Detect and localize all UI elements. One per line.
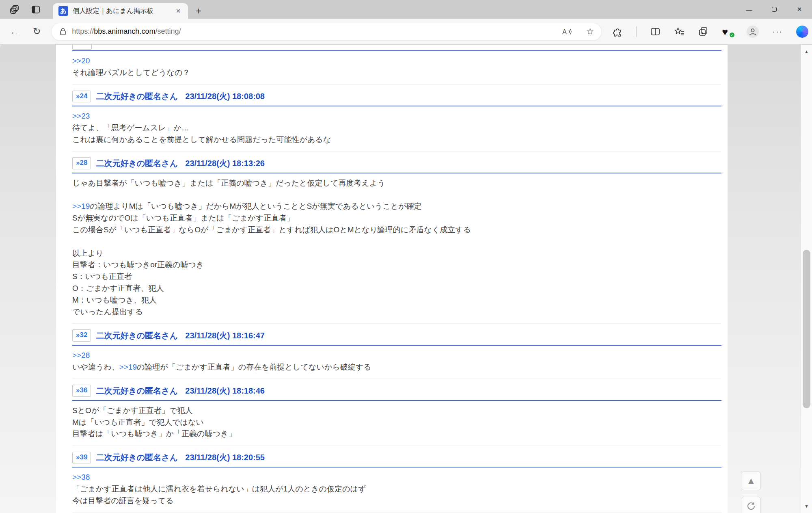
lock-icon <box>60 28 66 35</box>
reply-anchor-link[interactable]: >>19 <box>119 363 137 371</box>
res-number: 36 <box>80 386 87 394</box>
split-screen-icon[interactable] <box>650 27 661 37</box>
window-maximize-button[interactable] <box>762 0 787 19</box>
poster-name: 二次元好きの匿名さん <box>96 330 178 341</box>
copilot-icon[interactable] <box>796 26 808 38</box>
active-tab[interactable]: あ 個人設定｜あにまん掲示板 ✕ <box>53 3 188 19</box>
reply-anchor-link[interactable]: >>20 <box>72 56 90 65</box>
post-text: 以上より <box>72 249 104 258</box>
post-text: 目撃者は「いつも嘘つき」か「正義の嘘つき」 <box>72 429 236 438</box>
extension-check-badge: ✓ <box>730 32 734 37</box>
res-number-link[interactable]: »36 <box>72 385 91 396</box>
reply-anchor-link[interactable]: >>38 <box>72 473 90 481</box>
post-body-line: 目撃者：いつも嘘つきor正義の嘘つき <box>72 259 721 271</box>
post-body-line: この場合Sが「いつも正直者」ならOが「ごまかす正直者」とすれば犯人はOとMとなり… <box>72 224 721 236</box>
up-triangle-icon: ▲ <box>746 475 756 487</box>
window-close-button[interactable]: ✕ <box>787 0 812 19</box>
site-favicon: あ <box>58 6 68 16</box>
reload-icon <box>746 501 756 511</box>
poster-name: 二次元好きの匿名さん <box>96 158 178 169</box>
bookmark-star-icon[interactable]: ☆ <box>586 26 594 37</box>
post-text: じゃあ目撃者が「いつも嘘つき」または「正義の嘘つき」だったと仮定して再度考えよう <box>72 179 385 187</box>
post-body-line: SとOが「ごまかす正直者」で犯人 <box>72 405 721 417</box>
maximize-icon <box>772 7 777 12</box>
res-number-link[interactable]: »24 <box>72 91 91 102</box>
post-list: >>20それ論理パズルとしてどうなの？ »24 二次元好きの匿名さん 23/11… <box>72 45 721 513</box>
workspaces-icon[interactable] <box>9 4 20 15</box>
browser-toolbar: ← ↻ https://bbs.animanch.com/setting/ A … <box>0 19 812 45</box>
tab-actions-icon[interactable] <box>30 4 41 15</box>
scrollbar-thumb[interactable] <box>803 250 810 408</box>
post-header-rule <box>72 345 721 346</box>
post-body-line: 目撃者は「いつも嘘つき」か「正義の嘘つき」 <box>72 428 721 440</box>
scroll-to-top-button[interactable]: ▲ <box>742 472 760 490</box>
post-body-line: >>38 <box>72 472 721 483</box>
tab-title: 個人設定｜あにまん掲示板 <box>73 6 169 15</box>
post-text: の論理が「ごまかす正直者」の存在を前提としてないから破綻する <box>137 363 371 371</box>
post-text: 目撃者：いつも嘘つきor正義の嘘つき <box>72 260 204 269</box>
res-number-link[interactable]: »32 <box>72 329 91 341</box>
url-path: /setting/ <box>155 27 181 35</box>
read-aloud-icon[interactable]: A <box>562 27 572 36</box>
post-body: >>28いや違うわ、>>19の論理が「ごまかす正直者」の存在を前提としてないから… <box>72 350 721 373</box>
post-text: Mは「いつも正直者」で犯人ではない <box>72 418 204 426</box>
page-content: >>20それ論理パズルとしてどうなの？ »24 二次元好きの匿名さん 23/11… <box>0 45 812 513</box>
scrollbar-up-arrow[interactable]: ▲ <box>801 45 812 58</box>
poster-name: 二次元好きの匿名さん <box>96 91 178 102</box>
back-icon[interactable]: ← <box>10 26 19 37</box>
post-body-line: M：いつも嘘つき、犯人 <box>72 294 721 306</box>
post-header-rule <box>72 400 721 401</box>
settings-dots-icon[interactable]: ··· <box>772 27 783 36</box>
window-minimize-button[interactable]: — <box>736 0 762 19</box>
post-header: »24 二次元好きの匿名さん 23/11/28(火) 18:08:08 <box>72 91 721 102</box>
url-scheme: https:// <box>72 27 94 35</box>
post-body-line: Sが無実なのでOは「いつも正直者」または「ごまかす正直者」 <box>72 212 721 224</box>
poster-name: 二次元好きの匿名さん <box>96 452 178 463</box>
url-text[interactable]: https://bbs.animanch.com/setting/ <box>72 27 561 36</box>
toolbar-divider <box>636 26 637 37</box>
browser-tab-bar: あ 個人設定｜あにまん掲示板 ✕ + — ✕ <box>0 0 812 19</box>
post-text: 「ごまかす正直者は他人に濡れ衣を着せられない」は犯人が1人のときの仮定のはず <box>72 485 366 493</box>
reload-thread-button[interactable] <box>742 497 760 513</box>
tab-close-icon[interactable]: ✕ <box>173 7 183 15</box>
post-body-line: O：ごまかす正直者、犯人 <box>72 283 721 294</box>
post-text: Sが無実なのでOは「いつも正直者」または「ごまかす正直者」 <box>72 214 294 222</box>
scrollbar-down-arrow[interactable]: ▼ <box>801 500 812 512</box>
post-row: »28 二次元好きの匿名さん 23/11/28(火) 18:13:26 じゃあ目… <box>72 152 721 324</box>
post-body-line: じゃあ目撃者が「いつも嘘つき」または「正義の嘘つき」だったと仮定して再度考えよう <box>72 177 721 189</box>
post-row: >>20それ論理パズルとしてどうなの？ <box>72 45 721 85</box>
post-header: »36 二次元好きの匿名さん 23/11/28(火) 18:18:46 <box>72 385 721 396</box>
res-number-link[interactable]: »28 <box>72 157 91 169</box>
res-number-link[interactable]: »39 <box>72 452 91 463</box>
post-text: これは裏に何かあることを前提として解かせる問題だった可能性があるな <box>72 135 331 144</box>
post-body: >>38「ごまかす正直者は他人に濡れ衣を着せられない」は犯人が1人のときの仮定の… <box>72 472 721 507</box>
reply-anchor-link[interactable]: >>28 <box>72 351 90 359</box>
reply-anchor-link[interactable]: >>23 <box>72 112 90 120</box>
post-datetime: 23/11/28(火) 18:18:46 <box>185 385 265 396</box>
post-body: SとOが「ごまかす正直者」で犯人Mは「いつも正直者」で犯人ではない目撃者は「いつ… <box>72 405 721 440</box>
collections-icon[interactable] <box>698 26 708 37</box>
favorites-bar-icon[interactable] <box>674 27 685 37</box>
extensions-icon[interactable] <box>612 26 623 37</box>
post-body: じゃあ目撃者が「いつも嘘つき」または「正義の嘘つき」だったと仮定して再度考えよう… <box>72 177 721 318</box>
post-datetime: 23/11/28(火) 18:20:55 <box>185 452 265 463</box>
address-bar[interactable]: https://bbs.animanch.com/setting/ A ☆ <box>51 23 602 41</box>
browser-scrollbar[interactable]: ▲ ▼ <box>801 45 812 513</box>
refresh-icon[interactable]: ↻ <box>33 26 41 37</box>
profile-avatar[interactable] <box>747 26 759 38</box>
post-datetime: 23/11/28(火) 18:16:47 <box>185 330 265 341</box>
post-text: M：いつも嘘つき、犯人 <box>72 296 157 304</box>
new-tab-button[interactable]: + <box>192 4 205 18</box>
post-datetime: 23/11/28(火) 18:08:08 <box>185 91 265 102</box>
thread-panel: >>20それ論理パズルとしてどうなの？ »24 二次元好きの匿名さん 23/11… <box>56 45 728 513</box>
post-body-line: >>23 <box>72 110 721 122</box>
res-number: 28 <box>80 159 87 167</box>
res-number: 39 <box>80 453 87 461</box>
post-text: O：ごまかす正直者、犯人 <box>72 284 164 292</box>
post-body-line: 待てよ、「思考ゲームスレ」か… <box>72 122 721 134</box>
reply-anchor-link[interactable]: >>19 <box>72 202 90 210</box>
post-body-line: S：いつも正直者 <box>72 271 721 283</box>
post-body-line: 今は目撃者の証言を疑ってる <box>72 495 721 507</box>
health-extension-icon[interactable]: ♥ ✓ <box>722 26 733 37</box>
post-header: »28 二次元好きの匿名さん 23/11/28(火) 18:13:26 <box>72 157 721 169</box>
